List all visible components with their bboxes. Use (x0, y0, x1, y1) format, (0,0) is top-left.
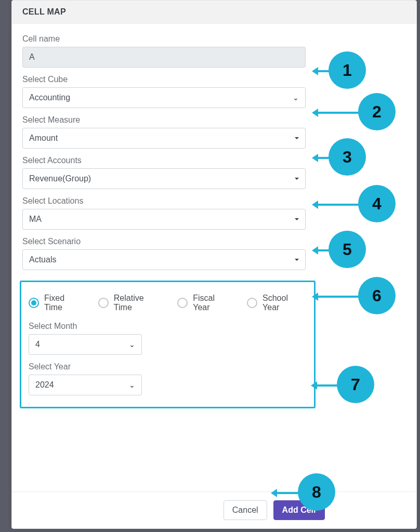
month-value: 4 (35, 340, 40, 349)
cell-name-input[interactable]: A (22, 47, 306, 68)
month-group: Select Month 4 ⌄ (29, 322, 307, 355)
year-select[interactable]: 2024 ⌄ (29, 375, 142, 395)
radio-label: Relative Time (114, 294, 164, 312)
annotation-marker-1: 1 (329, 51, 366, 89)
month-select[interactable]: 4 ⌄ (29, 334, 142, 355)
radio-icon (98, 298, 109, 308)
annotation-marker-8: 8 (298, 473, 335, 511)
annotation-marker-4: 4 (358, 185, 396, 222)
modal-footer: Cancel Add Cell (12, 491, 416, 528)
radio-relative-time[interactable]: Relative Time (98, 294, 164, 312)
radio-label: Fixed Time (44, 294, 85, 312)
radio-school-year[interactable]: School Year (247, 294, 307, 312)
accounts-select[interactable]: Revenue(Group) (22, 168, 306, 189)
caret-down-icon (295, 259, 299, 261)
annotation-marker-5: 5 (329, 231, 366, 268)
year-label: Select Year (29, 362, 307, 371)
caret-down-icon (295, 137, 299, 139)
radio-label: School Year (262, 294, 307, 312)
locations-select[interactable]: MA (22, 209, 306, 230)
annotation-marker-6: 6 (358, 277, 396, 314)
radio-icon (247, 298, 257, 308)
modal-title: CELL MAP (22, 7, 406, 17)
chevron-down-icon: ⌄ (293, 94, 299, 102)
month-label: Select Month (29, 322, 307, 331)
locations-value: MA (29, 215, 42, 224)
caret-down-icon (295, 178, 299, 180)
radio-icon (177, 298, 188, 308)
radio-fiscal-year[interactable]: Fiscal Year (177, 294, 233, 312)
year-group: Select Year 2024 ⌄ (29, 362, 307, 395)
radio-label: Fiscal Year (193, 294, 233, 312)
measure-label: Select Measure (22, 115, 406, 125)
scenario-value: Actuals (29, 255, 56, 264)
locations-group: Select Locations MA (22, 196, 406, 230)
year-value: 2024 (35, 380, 54, 390)
chevron-down-icon: ⌄ (129, 381, 135, 389)
cancel-button[interactable]: Cancel (224, 500, 267, 520)
radio-icon (29, 298, 39, 308)
cell-name-value: A (29, 52, 35, 62)
cube-value: Accounting (29, 93, 70, 102)
accounts-value: Revenue(Group) (29, 174, 91, 183)
caret-down-icon (295, 218, 299, 220)
cell-name-label: Cell name (22, 34, 406, 44)
radio-fixed-time[interactable]: Fixed Time (29, 294, 85, 312)
time-section: Fixed Time Relative Time Fiscal Year Sch… (20, 281, 316, 408)
annotation-marker-2: 2 (358, 93, 396, 130)
measure-value: Amount (29, 134, 58, 143)
chevron-down-icon: ⌄ (129, 340, 135, 349)
annotation-marker-7: 7 (337, 366, 374, 403)
modal-header: CELL MAP (12, 1, 416, 24)
cube-select[interactable]: Accounting ⌄ (22, 87, 306, 108)
scenario-select[interactable]: Actuals (22, 249, 306, 270)
time-mode-radio-group: Fixed Time Relative Time Fiscal Year Sch… (29, 294, 307, 312)
annotation-marker-3: 3 (329, 138, 366, 176)
measure-select[interactable]: Amount (22, 128, 306, 149)
